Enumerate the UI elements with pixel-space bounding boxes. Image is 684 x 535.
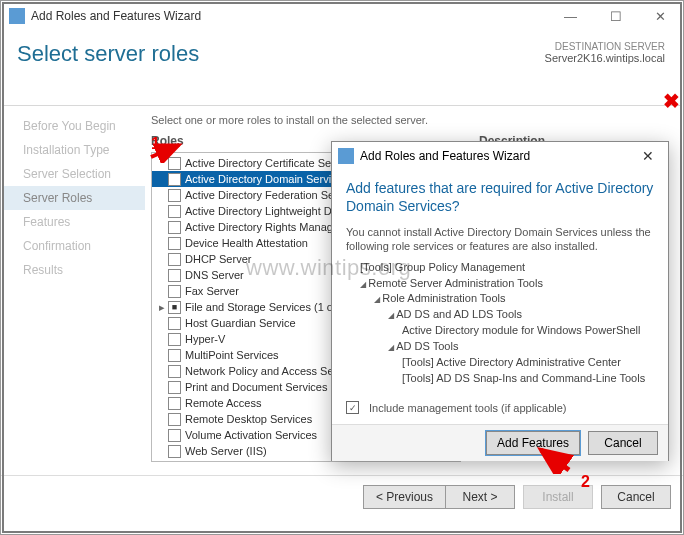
role-label: Remote Access xyxy=(185,397,261,409)
role-checkbox[interactable] xyxy=(168,285,181,298)
add-features-button[interactable]: Add Features xyxy=(486,431,580,455)
dialog-message: You cannot install Active Directory Doma… xyxy=(332,217,668,260)
role-checkbox[interactable] xyxy=(168,221,181,234)
tree-item: AD DS and AD LDS Tools xyxy=(360,307,654,323)
role-checkbox[interactable] xyxy=(168,205,181,218)
app-icon xyxy=(9,8,25,24)
role-label: Volume Activation Services xyxy=(185,429,317,441)
role-checkbox[interactable] xyxy=(168,397,181,410)
role-checkbox[interactable] xyxy=(168,333,181,346)
watermark: www.wintips.org xyxy=(246,255,411,281)
nav-step[interactable]: Features xyxy=(3,210,145,234)
role-checkbox[interactable] xyxy=(168,189,181,202)
instruction-text: Select one or more roles to install on t… xyxy=(151,114,675,126)
nav-step[interactable]: Before You Begin xyxy=(3,114,145,138)
role-checkbox[interactable] xyxy=(168,381,181,394)
dialog-close-button[interactable]: ✕ xyxy=(628,142,668,170)
previous-button[interactable]: < Previous xyxy=(363,485,445,509)
role-label: Active Directory Domain Services xyxy=(185,173,348,185)
role-label: Fax Server xyxy=(185,285,239,297)
role-checkbox[interactable] xyxy=(168,253,181,266)
role-label: DNS Server xyxy=(185,269,244,281)
role-checkbox[interactable] xyxy=(168,157,181,170)
role-label: Host Guardian Service xyxy=(185,317,296,329)
role-label: DHCP Server xyxy=(185,253,251,265)
next-button[interactable]: Next > xyxy=(445,485,515,509)
role-label: Windows Deployment Services xyxy=(185,461,337,462)
tree-item: [Tools] Active Directory Administrative … xyxy=(360,355,654,371)
role-label: Web Server (IIS) xyxy=(185,445,267,457)
annotation-number-2: 2 xyxy=(581,473,590,491)
include-tools-label: Include management tools (if applicable) xyxy=(369,402,567,414)
role-label: MultiPoint Services xyxy=(185,349,279,361)
nav-step[interactable]: Confirmation xyxy=(3,234,145,258)
role-checkbox[interactable] xyxy=(168,365,181,378)
role-checkbox[interactable] xyxy=(168,317,181,330)
role-checkbox[interactable] xyxy=(168,445,181,458)
include-tools-checkbox-row[interactable]: ✓ Include management tools (if applicabl… xyxy=(332,391,668,424)
role-label: Hyper-V xyxy=(185,333,225,345)
wizard-nav: Before You BeginInstallation TypeServer … xyxy=(3,106,145,475)
dialog-titlebar: Add Roles and Features Wizard ✕ xyxy=(332,142,668,170)
nav-step[interactable]: Installation Type xyxy=(3,138,145,162)
tree-item: [Tools] AD DS Snap-Ins and Command-Line … xyxy=(360,371,654,387)
destination-server-label: DESTINATION SERVER Server2K16.wintips.lo… xyxy=(545,41,665,64)
dialog-title: Add Roles and Features Wizard xyxy=(360,149,530,163)
dialog-footer: Add Features Cancel xyxy=(332,424,668,461)
annotation-number-1: 1 xyxy=(151,135,160,153)
maximize-button[interactable]: ☐ xyxy=(593,1,638,31)
role-label: Print and Document Services xyxy=(185,381,327,393)
role-checkbox[interactable]: ■ xyxy=(168,301,181,314)
close-button[interactable]: ✕ xyxy=(638,1,683,31)
role-checkbox[interactable] xyxy=(168,349,181,362)
role-label: Device Health Attestation xyxy=(185,237,308,249)
wizard-header: Select server roles DESTINATION SERVER S… xyxy=(1,31,683,105)
role-checkbox[interactable] xyxy=(168,461,181,463)
nav-step[interactable]: Server Selection xyxy=(3,162,145,186)
window-titlebar: Add Roles and Features Wizard — ☐ ✕ xyxy=(1,1,683,31)
minimize-button[interactable]: — xyxy=(548,1,593,31)
tree-item: Role Administration Tools xyxy=(360,291,654,307)
window-title: Add Roles and Features Wizard xyxy=(31,9,201,23)
dialog-app-icon xyxy=(338,148,354,164)
role-checkbox[interactable] xyxy=(168,429,181,442)
tree-item: Active Directory module for Windows Powe… xyxy=(360,323,654,339)
role-checkbox[interactable] xyxy=(168,173,181,186)
nav-step[interactable]: Results xyxy=(3,258,145,282)
tree-item: AD DS Tools xyxy=(360,339,654,355)
nav-step[interactable]: Server Roles xyxy=(3,186,145,210)
role-checkbox[interactable] xyxy=(168,237,181,250)
cancel-button[interactable]: Cancel xyxy=(601,485,671,509)
dialog-cancel-button[interactable]: Cancel xyxy=(588,431,658,455)
dialog-heading: Add features that are required for Activ… xyxy=(332,170,668,217)
add-features-dialog: Add Roles and Features Wizard ✕ Add feat… xyxy=(331,141,669,461)
role-label: Remote Desktop Services xyxy=(185,413,312,425)
include-tools-checkbox[interactable]: ✓ xyxy=(346,401,359,414)
role-checkbox[interactable] xyxy=(168,413,181,426)
role-checkbox[interactable] xyxy=(168,269,181,282)
